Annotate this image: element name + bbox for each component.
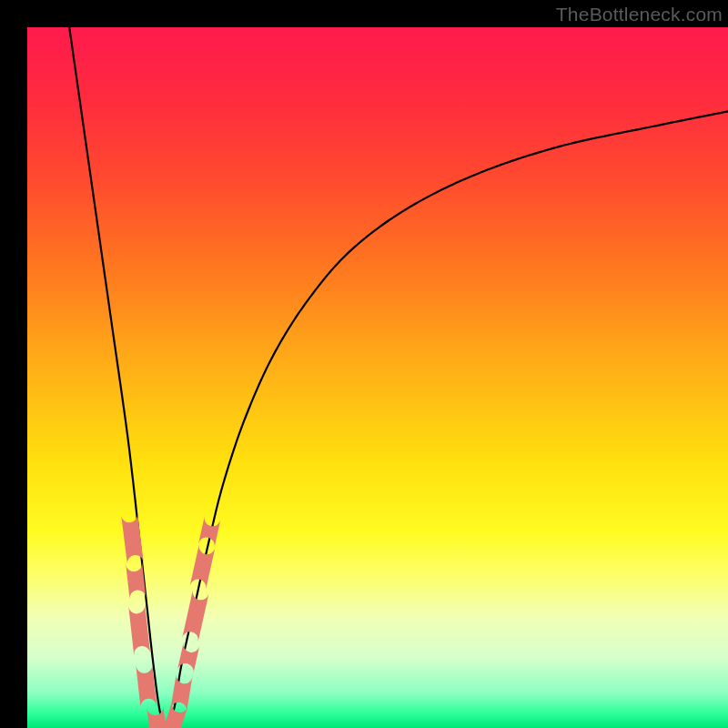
plot-area bbox=[27, 27, 728, 728]
marker-pill bbox=[121, 513, 144, 564]
bottleneck-curve bbox=[69, 27, 728, 728]
watermark-text: TheBottleneck.com bbox=[556, 4, 723, 25]
marker-pill bbox=[190, 544, 216, 589]
highlight-markers bbox=[121, 513, 220, 728]
chart-frame: TheBottleneck.com bbox=[0, 0, 728, 728]
curve-layer bbox=[27, 27, 728, 728]
